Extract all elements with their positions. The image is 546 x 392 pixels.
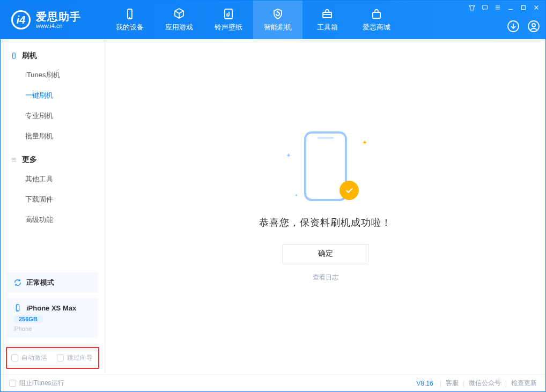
mode-label: 正常模式 xyxy=(26,278,54,287)
minimize-icon[interactable] xyxy=(507,4,514,11)
device-type: iPhone xyxy=(13,326,92,332)
sparkle-icon: ✦ xyxy=(362,139,367,146)
checkbox-icon xyxy=(57,354,64,361)
storage-badge: 256GB xyxy=(13,315,43,323)
title-right xyxy=(468,1,545,39)
nav-smart-flash[interactable]: 智能刷机 xyxy=(253,1,302,39)
device-name: iPhone XS Max xyxy=(26,304,76,312)
toolbox-icon xyxy=(321,8,334,20)
maximize-icon[interactable] xyxy=(520,4,527,11)
sparkle-icon: ✦ xyxy=(294,193,298,198)
sidebar-group-title: 刷机 xyxy=(22,51,37,61)
statusbar: 阻止iTunes运行 V8.16 | 客服 | 微信公众号 | 检查更新 xyxy=(1,374,545,391)
sparkle-icon: ✦ xyxy=(286,152,291,159)
titlebar: i4 爱思助手 www.i4.cn 我的设备 应用游戏 铃声壁纸 智能刷机 xyxy=(1,1,545,39)
success-message: 恭喜您，保资料刷机成功啦！ xyxy=(259,216,392,229)
checkmark-badge xyxy=(340,181,359,200)
nav-my-device[interactable]: 我的设备 xyxy=(105,1,154,39)
sidebar-item-batch-flash[interactable]: 批量刷机 xyxy=(1,126,105,146)
svg-point-15 xyxy=(532,24,535,27)
sidebar-item-advanced[interactable]: 高级功能 xyxy=(1,210,105,230)
shield-refresh-icon xyxy=(271,8,284,20)
sync-icon xyxy=(13,278,22,287)
sidebar-item-itunes-flash[interactable]: iTunes刷机 xyxy=(1,65,105,85)
sidebar-group-flash: 刷机 iTunes刷机 一键刷机 专业刷机 批量刷机 xyxy=(1,47,105,146)
app-url: www.i4.cn xyxy=(36,23,81,29)
svg-rect-5 xyxy=(482,5,487,9)
phone-outline-icon xyxy=(13,304,22,312)
ok-button[interactable]: 确定 xyxy=(283,244,368,263)
nav-toolbox[interactable]: 工具箱 xyxy=(302,1,352,39)
phone-small-icon xyxy=(10,52,18,60)
feedback-icon[interactable] xyxy=(481,4,489,11)
nav-ringtone-wallpaper[interactable]: 铃声壁纸 xyxy=(204,1,253,39)
svg-point-14 xyxy=(528,21,539,32)
svg-rect-3 xyxy=(323,12,331,18)
body: 刷机 iTunes刷机 一键刷机 专业刷机 批量刷机 更多 其 xyxy=(1,39,545,374)
sidebar-group-more: 更多 其他工具 下载固件 高级功能 xyxy=(1,151,105,230)
tshirt-icon[interactable] xyxy=(468,4,476,11)
sidebar-item-oneclick-flash[interactable]: 一键刷机 xyxy=(1,85,105,106)
device-card[interactable]: iPhone XS Max 256GB iPhone xyxy=(7,298,98,337)
download-icon[interactable] xyxy=(507,20,520,33)
device-icon xyxy=(123,8,136,20)
checkbox-skip-guide[interactable]: 跳过向导 xyxy=(57,353,93,363)
sidebar-item-pro-flash[interactable]: 专业刷机 xyxy=(1,106,105,126)
sidebar: 刷机 iTunes刷机 一键刷机 专业刷机 批量刷机 更多 其 xyxy=(1,39,105,374)
mode-card[interactable]: 正常模式 xyxy=(7,272,98,293)
options-highlight: 自动激活 跳过向导 xyxy=(6,347,99,369)
app-title: 爱思助手 xyxy=(36,11,81,23)
nav-store[interactable]: 爱思商城 xyxy=(352,1,401,39)
nav-app-games[interactable]: 应用游戏 xyxy=(154,1,204,39)
checkbox-icon xyxy=(9,380,16,387)
version-label: V8.16 xyxy=(416,380,433,387)
music-file-icon xyxy=(222,8,235,20)
device-cards: 正常模式 iPhone XS Max 256GB iPhone xyxy=(1,267,105,343)
menu-icon[interactable] xyxy=(494,4,501,11)
app-window: i4 爱思助手 www.i4.cn 我的设备 应用游戏 铃声壁纸 智能刷机 xyxy=(0,0,546,392)
wechat-link[interactable]: 微信公众号 xyxy=(469,379,501,388)
svg-rect-10 xyxy=(522,6,526,10)
success-illustration: ✦ ✦ ✦ xyxy=(283,131,368,201)
window-controls xyxy=(468,4,540,11)
sidebar-group-title: 更多 xyxy=(22,155,37,165)
user-icon[interactable] xyxy=(527,20,540,33)
checkbox-icon xyxy=(11,354,18,361)
store-icon xyxy=(370,8,383,20)
sidebar-item-other-tools[interactable]: 其他工具 xyxy=(1,169,105,189)
top-nav: 我的设备 应用游戏 铃声壁纸 智能刷机 工具箱 爱思商城 xyxy=(105,1,401,39)
list-icon xyxy=(10,156,18,164)
svg-rect-4 xyxy=(373,12,380,18)
checkbox-auto-activate[interactable]: 自动激活 xyxy=(11,353,47,363)
check-update-link[interactable]: 检查更新 xyxy=(511,379,537,388)
checkbox-block-itunes[interactable]: 阻止iTunes运行 xyxy=(9,379,64,388)
support-link[interactable]: 客服 xyxy=(446,379,459,388)
view-log-link[interactable]: 查看日志 xyxy=(313,273,338,282)
logo-area: i4 爱思助手 www.i4.cn xyxy=(1,1,105,39)
sidebar-item-download-firmware[interactable]: 下载固件 xyxy=(1,189,105,210)
logo-icon: i4 xyxy=(11,10,31,29)
svg-rect-2 xyxy=(225,9,232,19)
close-icon[interactable] xyxy=(533,4,540,11)
cube-icon xyxy=(173,8,186,20)
user-controls xyxy=(507,20,540,33)
main-content: ✦ ✦ ✦ 恭喜您，保资料刷机成功啦！ 确定 查看日志 xyxy=(105,39,545,374)
svg-rect-16 xyxy=(13,53,16,59)
check-icon xyxy=(344,186,354,195)
